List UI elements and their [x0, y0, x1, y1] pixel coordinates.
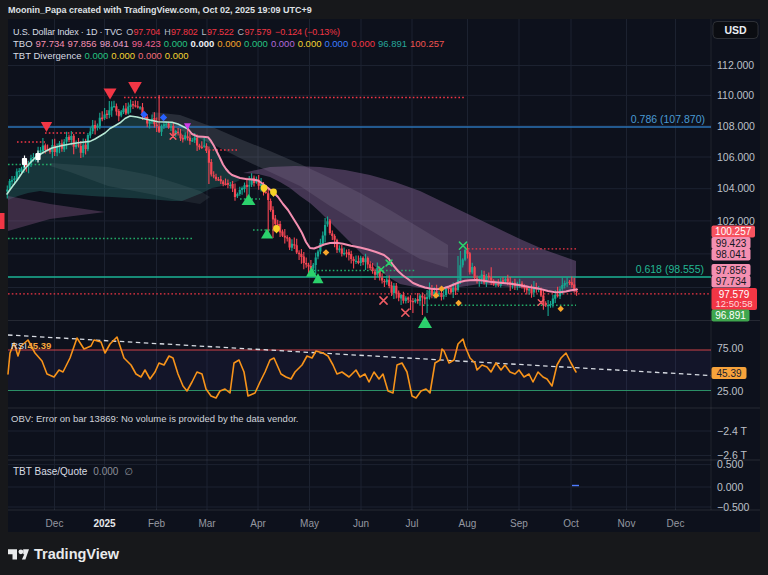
svg-text:100.257: 100.257 — [715, 226, 752, 237]
svg-text:0.000: 0.000 — [298, 38, 322, 49]
svg-text:Moonin_Papa created with Tradi: Moonin_Papa created with TradingView.com… — [8, 5, 312, 15]
svg-text:0.000: 0.000 — [244, 38, 268, 49]
svg-text:96.891: 96.891 — [715, 310, 746, 321]
svg-text:0.000: 0.000 — [93, 466, 118, 477]
svg-text:0.000: 0.000 — [217, 38, 241, 49]
svg-text:112.000: 112.000 — [717, 59, 754, 71]
svg-text:97.856: 97.856 — [716, 265, 747, 276]
svg-text:99.423: 99.423 — [716, 238, 747, 249]
svg-text:98.041: 98.041 — [100, 38, 129, 49]
svg-text:O: O — [126, 27, 133, 37]
svg-text:Feb: Feb — [148, 518, 166, 529]
svg-text:RSI: RSI — [11, 340, 27, 351]
svg-text:Oct: Oct — [563, 518, 579, 529]
svg-text:H: H — [164, 27, 170, 37]
svg-text:Sep: Sep — [510, 518, 528, 529]
svg-text:TBT Base/Quote: TBT Base/Quote — [13, 466, 88, 477]
svg-text:L: L — [202, 27, 207, 37]
svg-text:100.257: 100.257 — [410, 38, 444, 49]
svg-text:Nov: Nov — [618, 518, 636, 529]
svg-text:Apr: Apr — [250, 518, 266, 529]
svg-text:25.00: 25.00 — [717, 385, 743, 397]
svg-text:0.500: 0.500 — [717, 458, 743, 470]
svg-text:96.891: 96.891 — [378, 38, 407, 49]
svg-text:0.618 (98.555): 0.618 (98.555) — [636, 263, 704, 275]
svg-text:75.00: 75.00 — [717, 342, 743, 354]
svg-text:Jun: Jun — [353, 518, 369, 529]
svg-text:U.S. Dollar Index · 1D · TVC: U.S. Dollar Index · 1D · TVC — [13, 27, 123, 37]
svg-text:45.39: 45.39 — [716, 368, 741, 379]
svg-text:99.423: 99.423 — [132, 38, 161, 49]
svg-text:0.000: 0.000 — [351, 38, 375, 49]
svg-text:102.000: 102.000 — [717, 215, 755, 227]
svg-text:−0.500: −0.500 — [717, 501, 750, 513]
svg-text:−2.4 T: −2.4 T — [717, 425, 747, 437]
svg-text:TBO: TBO — [13, 38, 33, 49]
svg-text:110.000: 110.000 — [717, 89, 754, 101]
svg-text:0.000: 0.000 — [717, 481, 743, 493]
svg-text:97.522: 97.522 — [207, 27, 234, 37]
svg-text:May: May — [300, 518, 319, 529]
svg-text:97.704: 97.704 — [134, 27, 161, 37]
svg-text:97.734: 97.734 — [36, 38, 65, 49]
svg-text:97.856: 97.856 — [68, 38, 97, 49]
svg-text:104.000: 104.000 — [717, 182, 755, 194]
svg-text:OBV: Error on bar 13869: No vo: OBV: Error on bar 13869: No volume is pr… — [11, 413, 298, 424]
svg-text:0.000: 0.000 — [138, 50, 162, 61]
svg-text:97.579: 97.579 — [245, 27, 272, 37]
svg-text:Jul: Jul — [406, 518, 419, 529]
svg-text:∅: ∅ — [124, 466, 133, 477]
svg-text:0.000: 0.000 — [164, 38, 188, 49]
svg-text:Aug: Aug — [459, 518, 477, 529]
svg-text:0.786 (107.870): 0.786 (107.870) — [631, 113, 705, 125]
svg-text:97.802: 97.802 — [171, 27, 198, 37]
svg-text:USD: USD — [724, 24, 747, 36]
svg-text:0.000: 0.000 — [85, 50, 109, 61]
svg-text:TradingView: TradingView — [34, 546, 120, 562]
svg-text:0.000: 0.000 — [271, 38, 295, 49]
svg-text:108.000: 108.000 — [717, 120, 755, 132]
svg-text:Dec: Dec — [667, 518, 685, 529]
svg-text:45.39: 45.39 — [28, 340, 52, 351]
svg-text:0.000: 0.000 — [111, 50, 135, 61]
svg-text:2025: 2025 — [93, 518, 116, 529]
svg-text:97.734: 97.734 — [716, 276, 747, 287]
svg-text:106.000: 106.000 — [717, 151, 755, 163]
svg-text:−0.124 (−0.13%): −0.124 (−0.13%) — [275, 27, 340, 37]
svg-text:98.041: 98.041 — [716, 249, 747, 260]
svg-text:0.000: 0.000 — [165, 50, 189, 61]
svg-text:TBT Divergence: TBT Divergence — [13, 50, 81, 61]
svg-text:Mar: Mar — [198, 518, 216, 529]
svg-text:Dec: Dec — [46, 518, 64, 529]
svg-text:12:50:58: 12:50:58 — [716, 298, 753, 309]
svg-text:0.000: 0.000 — [324, 38, 348, 49]
svg-text:0.000: 0.000 — [191, 38, 215, 49]
